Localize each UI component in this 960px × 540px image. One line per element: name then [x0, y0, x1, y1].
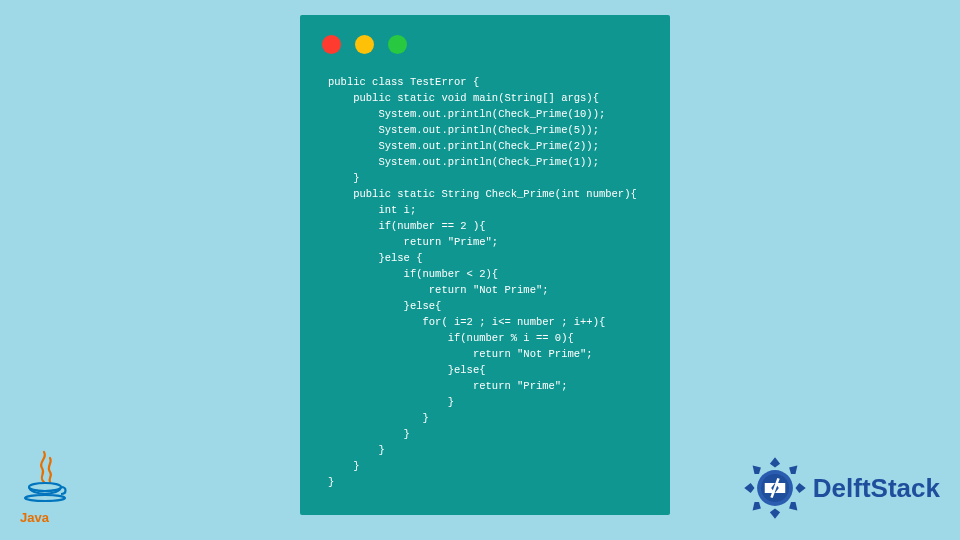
svg-point-0 — [29, 483, 61, 491]
maximize-icon — [388, 35, 407, 54]
svg-marker-2 — [770, 457, 780, 467]
code-block: public class TestError { public static v… — [300, 54, 670, 490]
svg-marker-3 — [770, 508, 780, 518]
close-icon — [322, 35, 341, 54]
svg-marker-6 — [752, 466, 760, 474]
code-window: public class TestError { public static v… — [300, 15, 670, 515]
delftstack-gear-icon — [743, 456, 807, 520]
svg-marker-5 — [795, 483, 805, 493]
svg-marker-4 — [744, 483, 754, 493]
svg-marker-8 — [752, 502, 760, 510]
traffic-lights — [300, 15, 670, 54]
delftstack-logo: DelftStack — [743, 456, 940, 520]
delftstack-logo-label: DelftStack — [813, 473, 940, 504]
svg-marker-7 — [789, 466, 797, 474]
java-cup-icon — [20, 450, 70, 510]
java-logo: Java — [20, 450, 70, 525]
svg-point-1 — [25, 495, 65, 501]
minimize-icon — [355, 35, 374, 54]
java-logo-label: Java — [20, 510, 70, 525]
svg-marker-9 — [789, 502, 797, 510]
